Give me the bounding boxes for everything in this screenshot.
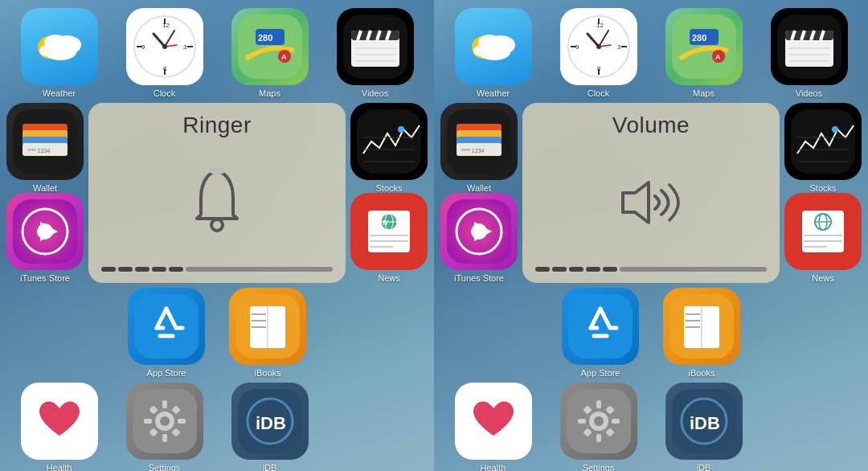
videos-label: Videos: [362, 88, 388, 98]
svg-rect-59: [134, 294, 199, 358]
svg-text:9: 9: [141, 43, 145, 51]
app-weather[interactable]: Weather: [21, 8, 98, 98]
maps-label-right: Maps: [693, 88, 714, 98]
app-settings-right[interactable]: Settings: [560, 383, 637, 471]
app-health-left[interactable]: Health: [21, 383, 98, 471]
stocks-label: Stocks: [375, 183, 402, 193]
clock-label-right: Clock: [588, 88, 610, 98]
idb-label-right: iDB: [697, 463, 711, 471]
app-itunes-left[interactable]: iTunes Store: [6, 193, 84, 283]
svg-text:3: 3: [617, 43, 621, 51]
app-news-right[interactable]: News: [784, 193, 862, 283]
row-2-middle: **** 1234 Wallet: [6, 103, 428, 283]
row-2-middle-right: **** 1234 Wallet: [440, 103, 862, 283]
left-side-right: **** 1234 Wallet: [440, 103, 518, 283]
wallet-label: Wallet: [33, 183, 57, 193]
left-side-apps: **** 1234 Wallet: [6, 103, 84, 283]
right-screen: Weather 12 3 6 9: [434, 0, 868, 471]
ibooks-label: iBooks: [254, 368, 280, 378]
row-4-right: Health: [440, 383, 862, 471]
news-label-left: News: [378, 273, 400, 283]
appstore-label-right: App Store: [581, 368, 620, 378]
settings-label: Settings: [149, 463, 181, 471]
panel-title-volume: Volume: [612, 113, 690, 138]
ringer-icon-wrap: [181, 138, 253, 267]
videos-label-right: Videos: [796, 88, 822, 98]
row-3: App Store iBooks: [6, 288, 428, 378]
app-settings-left[interactable]: Settings: [126, 383, 203, 471]
row-1: Weather 12 3 6 9: [6, 8, 428, 98]
svg-text:12: 12: [162, 22, 170, 29]
app-appstore-left[interactable]: App Store: [128, 288, 205, 378]
svg-point-86: [478, 44, 510, 60]
idb-label: iDB: [263, 463, 277, 471]
svg-text:**** 1234: **** 1234: [27, 148, 51, 154]
left-screen: Weather 12 3 6 9: [0, 0, 434, 471]
app-ibooks-right[interactable]: iBooks: [663, 288, 740, 378]
svg-text:6: 6: [163, 65, 167, 72]
svg-text:A: A: [281, 53, 287, 61]
svg-rect-150: [596, 434, 601, 442]
row-3-right: App Store iBooks: [440, 288, 862, 378]
health-label: Health: [47, 463, 72, 471]
volume-panel: Volume: [522, 103, 780, 283]
svg-point-45: [398, 126, 404, 133]
svg-text:iDB: iDB: [256, 413, 286, 433]
svg-point-4: [44, 44, 76, 60]
weather-label: Weather: [43, 88, 76, 98]
volume-progress: [535, 267, 767, 272]
wallet-label-right: Wallet: [467, 183, 491, 193]
svg-text:280: 280: [258, 33, 272, 43]
app-stocks[interactable]: Stocks: [350, 103, 428, 193]
app-clock-right[interactable]: 12 3 6 9 Clock: [560, 8, 637, 98]
itunes-label-left: iTunes Store: [20, 273, 70, 283]
svg-text:9: 9: [575, 43, 579, 51]
svg-text:12: 12: [596, 22, 604, 29]
volume-icon-wrap: [607, 138, 695, 267]
clock-label: Clock: [154, 88, 176, 98]
svg-text:A: A: [715, 53, 721, 61]
app-clock[interactable]: 12 3 6 9 Clock: [126, 8, 203, 98]
svg-rect-73: [144, 419, 152, 424]
svg-rect-151: [578, 419, 586, 424]
app-appstore-right[interactable]: App Store: [562, 288, 639, 378]
app-idb-left[interactable]: iDB iDB: [231, 383, 309, 471]
svg-rect-44: [357, 109, 421, 174]
app-weather-right[interactable]: Weather: [455, 8, 532, 98]
health-label-right: Health: [481, 463, 506, 471]
app-health-right[interactable]: Health: [455, 383, 532, 471]
svg-rect-137: [568, 294, 633, 358]
ibooks-label-right: iBooks: [688, 368, 714, 378]
app-stocks-right[interactable]: Stocks: [784, 103, 862, 193]
row-4: Health: [6, 383, 428, 471]
app-maps-right[interactable]: 280 A Maps: [665, 8, 743, 98]
app-ibooks-left[interactable]: iBooks: [229, 288, 306, 378]
svg-rect-74: [178, 419, 186, 424]
svg-point-99: [596, 44, 601, 49]
app-videos-right[interactable]: Videos: [771, 8, 848, 98]
row-1-right: Weather 12 3 6 9: [440, 8, 862, 98]
svg-rect-71: [162, 400, 167, 408]
app-videos[interactable]: Videos: [337, 8, 414, 98]
svg-text:iDB: iDB: [690, 413, 720, 433]
svg-rect-124: [791, 109, 855, 174]
app-news-left[interactable]: N News: [350, 193, 428, 283]
svg-text:**** 1234: **** 1234: [461, 148, 485, 154]
itunes-label-right: iTunes Store: [454, 273, 504, 283]
svg-point-148: [594, 416, 604, 426]
right-side-apps: Stocks N: [350, 103, 428, 283]
ringer-progress: [101, 267, 333, 272]
app-wallet-right[interactable]: **** 1234 Wallet: [440, 103, 518, 193]
svg-rect-72: [162, 434, 167, 442]
app-wallet[interactable]: **** 1234 Wallet: [6, 103, 84, 193]
weather-label-right: Weather: [477, 88, 510, 98]
app-itunes-right[interactable]: iTunes Store: [440, 193, 518, 283]
appstore-label: App Store: [147, 368, 186, 378]
svg-rect-149: [596, 400, 601, 408]
app-idb-right[interactable]: iDB iDB: [665, 383, 743, 471]
svg-rect-43: [210, 167, 224, 174]
app-maps[interactable]: 280 A Maps: [231, 8, 309, 98]
svg-point-17: [162, 44, 167, 49]
svg-text:6: 6: [597, 65, 601, 72]
svg-point-125: [832, 126, 838, 133]
